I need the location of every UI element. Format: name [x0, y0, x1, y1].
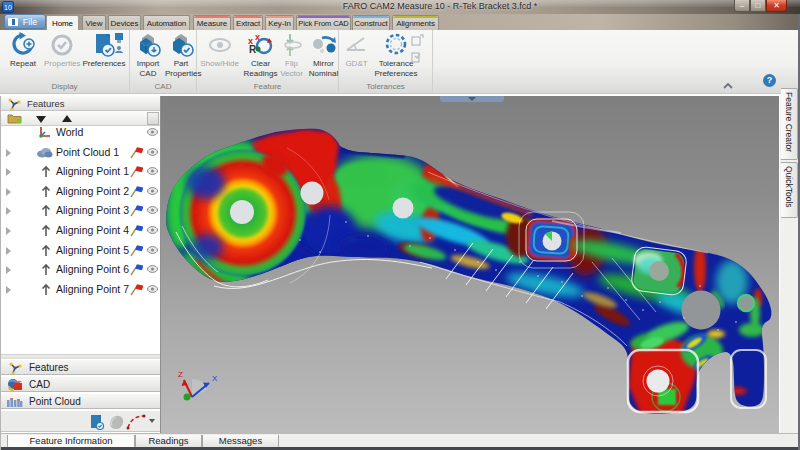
svg-text:Z: Z [178, 370, 183, 379]
svg-text:X: X [212, 374, 218, 383]
